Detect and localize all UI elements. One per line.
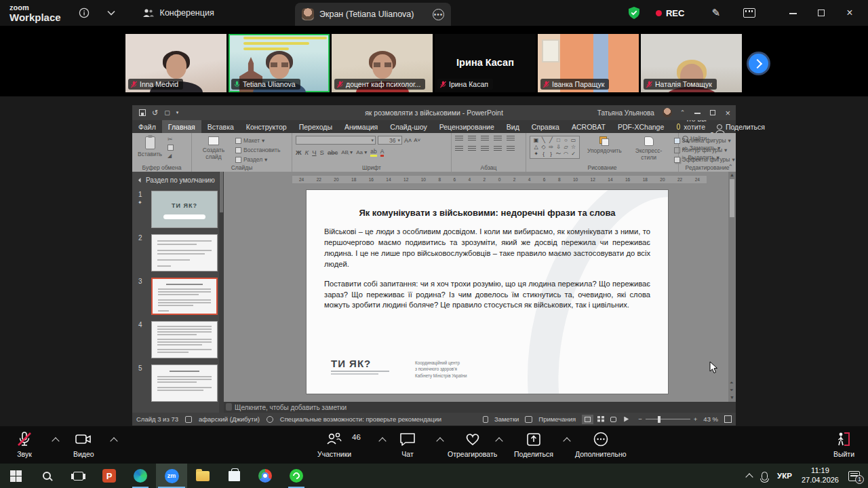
taskbar-whatsapp-icon[interactable] — [281, 464, 312, 488]
taskbar-explorer-icon[interactable] — [187, 464, 218, 488]
collapse-ribbon-icon[interactable]: ⌃ — [728, 164, 733, 170]
tray-mic-icon[interactable] — [762, 472, 768, 481]
ppt-minimize-button[interactable] — [694, 109, 701, 117]
ribbon-display-icon[interactable]: ⌃ — [680, 109, 686, 116]
share-options-caret[interactable] — [563, 437, 570, 445]
ppt-user-avatar[interactable] — [663, 108, 672, 117]
previous-slide-button[interactable]: ⏶ — [730, 380, 734, 386]
zoom-percentage[interactable]: 43 % — [703, 415, 718, 423]
fit-to-window-icon[interactable] — [724, 415, 732, 423]
tray-expand-icon[interactable] — [745, 473, 753, 481]
change-case-button[interactable]: Аа ▾ — [356, 149, 367, 155]
replace-button[interactable]: abЗаменить ▾ — [682, 145, 720, 151]
video-tile-inna-medvid[interactable]: Inna Medvid — [125, 34, 226, 92]
slide-paragraph-1[interactable]: Військові – це люди з особливим досвідом… — [324, 227, 650, 270]
indent-increase-icon[interactable] — [494, 136, 502, 142]
chevron-down-icon[interactable] — [107, 10, 115, 16]
language-switcher[interactable]: УКР — [777, 472, 792, 480]
reset-button[interactable]: Восстановить — [235, 147, 280, 153]
thumbnail-scrollbar[interactable] — [219, 172, 224, 413]
slideshow-view-button[interactable] — [620, 415, 632, 424]
video-tile-iryna-kasap[interactable]: Ірина Касап Ірина Касап — [435, 34, 536, 92]
taskbar-clock[interactable]: 11:19 27.04.2026 — [802, 466, 839, 485]
scroll-down-arrow[interactable]: ▼ — [730, 395, 734, 400]
tab-options-icon[interactable]: ••• — [433, 9, 444, 20]
reading-view-button[interactable] — [608, 415, 619, 424]
font-size-combo[interactable]: 36▾ — [378, 136, 402, 145]
restore-button[interactable] — [811, 7, 831, 18]
shadow-button[interactable]: S — [320, 149, 324, 156]
notification-center-icon[interactable]: 1 — [848, 471, 860, 481]
taskbar-edge-icon[interactable] — [125, 464, 156, 488]
find-button[interactable]: Найти — [682, 135, 707, 142]
select-button[interactable]: ▷Выделить ▾ — [682, 154, 719, 161]
video-tile-docent[interactable]: доцент каф психолог... — [332, 34, 433, 92]
ribbon-tab[interactable]: Анимация — [338, 120, 384, 133]
normal-view-button[interactable] — [582, 415, 593, 424]
ribbon-tab[interactable]: Слайд-шоу — [384, 120, 433, 133]
ribbon-tab[interactable]: Рецензирование — [433, 120, 500, 133]
minimize-button[interactable] — [783, 7, 803, 18]
bold-button[interactable]: Ж — [296, 149, 302, 156]
quick-styles-button[interactable]: Экспресс-стили — [629, 136, 669, 162]
ppt-restore-button[interactable] — [710, 109, 715, 117]
current-slide[interactable]: Як комунікувати з військовими: недоречні… — [307, 190, 668, 394]
highlight-button[interactable]: ab — [370, 148, 376, 157]
char-spacing-button[interactable]: АВ̩ ▾ — [341, 149, 353, 155]
next-gallery-page-button[interactable] — [749, 54, 768, 73]
next-slide-button[interactable]: ⏷ — [730, 388, 734, 393]
accessibility-status[interactable]: Специальные возможности: проверьте реком… — [280, 415, 441, 423]
accessibility-icon[interactable] — [267, 416, 273, 423]
align-left-icon[interactable] — [455, 146, 463, 152]
slide-editing-area[interactable]: 2422201816141210864202468101214161820222… — [224, 172, 736, 402]
leave-button[interactable]: Выйти — [833, 431, 854, 458]
grow-font-icon[interactable]: А˄ — [404, 137, 412, 144]
section-header[interactable]: Раздел по умолчанию — [132, 172, 224, 187]
ribbon-tab[interactable]: Файл — [132, 120, 162, 133]
slide-thumbnail-5[interactable] — [151, 364, 218, 402]
audio-options-caret[interactable] — [52, 437, 59, 445]
task-view-icon[interactable] — [62, 464, 94, 488]
shrink-font-icon[interactable]: А˅ — [414, 137, 420, 143]
notes-pane[interactable]: Щелкните, чтобы добавить заметки — [224, 402, 736, 413]
info-icon[interactable] — [79, 7, 90, 18]
zoom-slider[interactable]: − + — [638, 415, 697, 423]
slide-sorter-view-button[interactable] — [595, 415, 606, 424]
paste-button[interactable]: Вставить — [136, 136, 164, 158]
ppt-share-button[interactable]: Поделиться — [717, 123, 765, 131]
format-painter-icon[interactable]: ◢ — [167, 153, 174, 159]
start-button[interactable] — [0, 464, 31, 488]
bullets-icon[interactable] — [455, 136, 463, 142]
new-slide-button[interactable]: Создать слайд — [195, 136, 232, 161]
notes-toggle[interactable]: Заметки — [494, 415, 519, 423]
more-button[interactable]: Дополнительно — [575, 431, 627, 458]
video-button[interactable]: Видео — [73, 431, 94, 458]
ribbon-tab[interactable]: Переходы — [293, 120, 338, 133]
strikethrough-button[interactable]: abc — [328, 149, 338, 156]
font-color-button[interactable]: А — [380, 148, 384, 157]
undo-icon[interactable]: ↺ — [152, 109, 158, 117]
slide-thumbnail-3-selected[interactable] — [151, 278, 218, 315]
tab-meeting[interactable]: Конференция — [142, 8, 214, 18]
ribbon-tab[interactable]: Справка — [526, 120, 566, 133]
zoom-out-icon[interactable]: − — [638, 415, 642, 423]
slide-thumbnail-1[interactable]: ТИ ЯК? — [151, 191, 218, 228]
layout-button[interactable]: Макет ▾ — [235, 137, 280, 144]
vertical-scrollbar[interactable]: ▲ ⏶ ⏷ ▼ — [728, 172, 736, 402]
video-tile-ivanka-parashchuk[interactable]: Іванка Паращук — [538, 34, 639, 92]
ribbon-tab[interactable]: Вставка — [201, 120, 240, 133]
apps-icon[interactable] — [743, 8, 755, 18]
zoom-slider-handle[interactable] — [658, 416, 660, 423]
audio-button[interactable]: Звук — [16, 431, 33, 458]
share-button[interactable]: Поделиться — [514, 431, 553, 458]
ribbon-tab[interactable]: Главная — [162, 120, 201, 133]
arrange-button[interactable]: Упорядочить — [585, 136, 624, 155]
chat-options-caret[interactable] — [436, 437, 443, 445]
chat-button[interactable]: Чат — [399, 431, 416, 458]
align-center-icon[interactable] — [468, 146, 476, 152]
numbering-icon[interactable] — [468, 136, 476, 142]
cut-icon[interactable]: ✂ — [167, 136, 174, 143]
start-slideshow-icon[interactable]: ▢ — [164, 109, 170, 116]
tab-shared-screen[interactable]: Экран (Tetiana Ulianova) ••• — [295, 3, 451, 26]
ribbon-tab[interactable]: ACROBAT — [566, 120, 612, 133]
